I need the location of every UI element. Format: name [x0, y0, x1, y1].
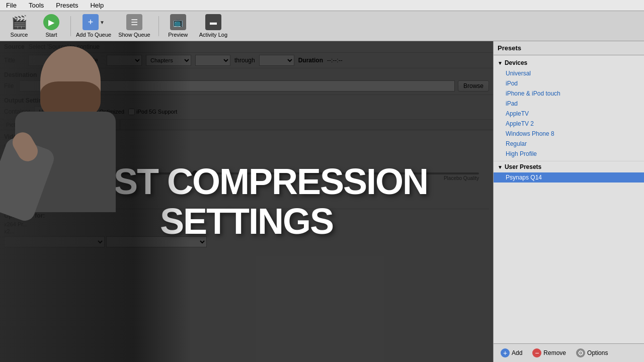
- show-queue-label: Show Queue: [118, 32, 150, 38]
- presets-header: Presets: [494, 41, 644, 55]
- add-to-queue-button[interactable]: + ▼ Add To Queue: [75, 12, 112, 40]
- menu-bar: File Tools Presets Help: [0, 0, 644, 11]
- preset-ipod[interactable]: iPod: [494, 78, 644, 88]
- source-button[interactable]: 🎬 Source: [4, 12, 34, 40]
- preset-psynaps-q14[interactable]: Psynaps Q14: [494, 172, 644, 183]
- toolbar-separator-1: [70, 16, 71, 36]
- menu-file[interactable]: File: [4, 1, 19, 10]
- activity-log-button[interactable]: ▬ Activity Log: [195, 12, 231, 40]
- source-icon: 🎬: [11, 14, 27, 30]
- options-preset-button[interactable]: ⚙ Options: [573, 347, 611, 359]
- menu-help[interactable]: Help: [88, 1, 106, 10]
- toolbar: 🎬 Source ▶ Start + ▼ Add To Queue ☰ Show…: [0, 11, 644, 41]
- remove-preset-button[interactable]: − Remove: [529, 347, 569, 359]
- preset-high-profile[interactable]: High Profile: [494, 149, 644, 159]
- devices-group-arrow: ▼: [498, 60, 503, 66]
- center-panel: Source Select 'Source' to continue Title…: [0, 41, 493, 362]
- preview-icon: 📺: [170, 14, 186, 30]
- preset-universal[interactable]: Universal: [494, 68, 644, 78]
- start-icon: ▶: [43, 14, 59, 30]
- preset-appletv[interactable]: AppleTV: [494, 109, 644, 119]
- user-presets-arrow: ▼: [498, 164, 503, 170]
- person-silhouette: [0, 41, 191, 362]
- preset-windows-phone[interactable]: Windows Phone 8: [494, 129, 644, 139]
- preset-appletv2[interactable]: AppleTV 2: [494, 119, 644, 129]
- devices-group-header[interactable]: ▼ Devices: [494, 57, 644, 68]
- activity-log-icon: ▬: [205, 14, 221, 30]
- add-preset-label: Add: [512, 349, 522, 356]
- activity-log-label: Activity Log: [199, 32, 227, 38]
- remove-preset-label: Remove: [543, 349, 566, 356]
- start-button[interactable]: ▶ Start: [36, 12, 66, 40]
- options-preset-label: Options: [587, 349, 608, 356]
- add-queue-dropdown-arrow: ▼: [100, 20, 105, 25]
- preview-button[interactable]: 📺 Preview: [163, 12, 193, 40]
- add-queue-label: Add To Queue: [76, 32, 111, 38]
- presets-content: ▼ Devices Universal iPod iPhone & iPod t…: [494, 55, 644, 343]
- show-queue-button[interactable]: ☰ Show Queue: [114, 12, 154, 40]
- show-queue-icon: ☰: [126, 14, 142, 30]
- preset-iphone-ipod-touch[interactable]: iPhone & iPod touch: [494, 88, 644, 99]
- devices-group-label: Devices: [505, 59, 527, 66]
- add-preset-button[interactable]: + Add: [498, 347, 525, 359]
- presets-sidebar: Presets ▼ Devices Universal iPod iPhone …: [493, 41, 644, 362]
- preset-ipad[interactable]: iPad: [494, 99, 644, 109]
- source-label: Source: [11, 32, 28, 38]
- add-preset-icon: +: [501, 348, 510, 357]
- preset-regular[interactable]: Regular: [494, 139, 644, 149]
- options-preset-icon: ⚙: [576, 348, 585, 357]
- preview-label: Preview: [168, 32, 188, 38]
- video-overlay: BEST COMPRESSION SETTINGS: [0, 41, 493, 362]
- presets-footer: + Add − Remove ⚙ Options: [494, 343, 644, 362]
- toolbar-separator-2: [158, 16, 159, 36]
- person-figure: [0, 41, 151, 362]
- menu-presets[interactable]: Presets: [54, 1, 80, 10]
- main-area: Source Select 'Source' to continue Title…: [0, 41, 644, 362]
- start-label: Start: [45, 32, 57, 38]
- menu-tools[interactable]: Tools: [27, 1, 46, 10]
- remove-preset-icon: −: [532, 348, 541, 357]
- user-presets-group-header[interactable]: ▼ User Presets: [494, 161, 644, 172]
- add-queue-icon: +: [83, 14, 99, 30]
- user-presets-label: User Presets: [505, 163, 541, 170]
